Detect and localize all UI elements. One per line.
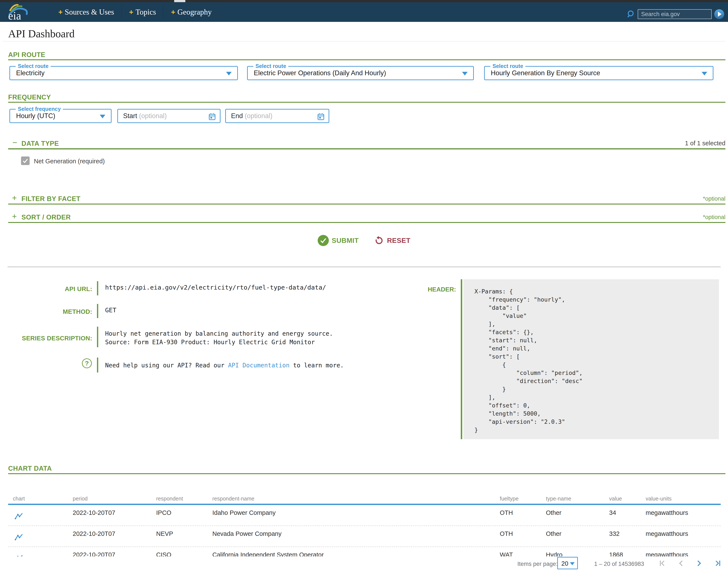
row-chart-icon[interactable] — [13, 505, 73, 526]
col-header-value-units: value-units — [646, 493, 721, 504]
data-type-heading[interactable]: DATA TYPE — [21, 140, 59, 147]
cell-type-name: Other — [546, 526, 609, 547]
cell-fueltype: OTH — [500, 505, 546, 526]
calendar-icon[interactable] — [209, 113, 215, 121]
col-header-chart: chart — [13, 493, 73, 504]
pagination-range: 1 – 20 of 14536983 — [594, 561, 641, 567]
data-type-rule — [8, 148, 725, 149]
net-generation-checkbox[interactable] — [21, 156, 29, 165]
browser-edge-strip — [0, 0, 728, 2]
col-header-fueltype: fueltype — [500, 493, 546, 504]
route-select-3[interactable]: Select route Hourly Generation By Energy… — [484, 66, 713, 80]
cell-respondent: CISO — [156, 547, 212, 556]
eia-logo[interactable]: eia — [6, 3, 29, 21]
items-per-page-select[interactable]: 20 — [557, 557, 578, 569]
selected-count: 1 of 1 selected — [685, 140, 725, 147]
series-description-label: SERIES DESCRIPTION: — [0, 335, 92, 342]
plus-icon: + — [171, 8, 175, 16]
api-documentation-link[interactable]: API Documentation — [228, 362, 290, 369]
eia-api-dashboard: eia + Sources & Uses + Topics + Geograph… — [0, 0, 728, 571]
previous-page-button[interactable] — [676, 559, 685, 568]
search-area — [627, 4, 724, 24]
frequency-rule — [8, 102, 725, 103]
frequency-select[interactable]: Select frequency Hourly (UTC) — [9, 109, 111, 123]
chart-data-rows: 2022-10-20T07 IPCO Idaho Power Company O… — [8, 505, 721, 556]
data-type-header-row: − DATA TYPE 1 of 1 selected — [0, 139, 728, 148]
first-page-icon — [658, 559, 666, 568]
checkmark-icon — [22, 158, 28, 163]
cell-period: 2022-10-20T07 — [73, 547, 156, 556]
cell-type-name: Hydro — [546, 547, 609, 556]
chevron-down-icon — [570, 562, 575, 565]
api-route-rule — [8, 60, 725, 60]
page-title: API Dashboard — [8, 27, 75, 40]
frequency-heading: FREQUENCY — [8, 94, 51, 101]
col-header-type-name: type-name — [546, 493, 609, 504]
sort-order-optional: *optional — [703, 214, 725, 221]
next-page-button[interactable] — [695, 559, 704, 568]
col-header-value: value — [609, 493, 646, 504]
chart-data-heading: CHART DATA — [8, 465, 52, 472]
end-date-input[interactable]: End (optional) — [225, 109, 329, 123]
cell-value: 332 — [609, 526, 646, 547]
help-bar — [97, 357, 98, 372]
series-description-bar — [97, 327, 98, 347]
chevron-down-icon — [462, 72, 468, 76]
api-route-heading: API ROUTE — [8, 51, 725, 59]
svg-text:eia: eia — [8, 10, 21, 21]
row-chart-icon[interactable] — [13, 547, 73, 556]
header-code-text: X-Params: { "frequency": "hourly", "data… — [474, 288, 582, 434]
row-chart-icon[interactable] — [13, 526, 73, 547]
plus-icon: + — [129, 8, 133, 16]
header-label: HEADER: — [364, 286, 456, 293]
top-navbar: eia + Sources & Uses + Topics + Geograph… — [0, 2, 728, 22]
cell-value: 1868 — [609, 547, 646, 556]
col-header-respondent-name: respondent-name — [212, 493, 500, 504]
cell-respondent: NEVP — [156, 526, 212, 547]
method-value: GET — [105, 307, 116, 314]
filter-facet-header-row: + FILTER BY FACET *optional — [0, 194, 728, 204]
table-header-row: chart period respondent respondent-name … — [8, 493, 721, 504]
last-page-button[interactable] — [713, 559, 722, 568]
search-go-button[interactable] — [714, 9, 724, 19]
method-bar — [97, 304, 98, 318]
chevron-left-icon — [677, 559, 684, 568]
submit-check-icon — [318, 235, 329, 246]
cell-respondent-name: California Independent System Operator — [212, 547, 500, 556]
start-date-input[interactable]: Start (optional) — [117, 109, 220, 123]
cell-value: 34 — [609, 505, 646, 526]
col-header-period: period — [73, 493, 156, 504]
items-per-page-label: Items per page: — [517, 561, 558, 567]
search-input[interactable] — [638, 9, 712, 19]
route-select-2[interactable]: Select route Electric Power Operations (… — [247, 66, 474, 80]
form-actions: SUBMIT RESET — [0, 235, 728, 246]
api-url-bar — [97, 281, 98, 295]
cell-respondent: IPCO — [156, 505, 212, 526]
table-row: 2022-10-20T07 IPCO Idaho Power Company O… — [8, 505, 721, 526]
eia-logo-swoosh: eia — [6, 3, 29, 21]
expand-plus-icon[interactable]: + — [12, 213, 17, 220]
calendar-icon[interactable] — [317, 113, 324, 121]
cell-respondent-name: Idaho Power Company — [212, 505, 500, 526]
chevron-down-icon — [702, 72, 707, 76]
cell-respondent-name: Nevada Power Company — [212, 526, 500, 547]
sparkline-icon — [15, 533, 24, 541]
submit-button[interactable]: SUBMIT — [318, 235, 359, 246]
route-select-1[interactable]: Select route Electricity — [9, 66, 238, 80]
sort-order-header-row: + SORT / ORDER *optional — [0, 213, 728, 222]
menu-item-topics[interactable]: + Topics — [122, 6, 163, 18]
filter-facet-heading[interactable]: FILTER BY FACET — [21, 195, 80, 203]
table-row: 2022-10-20T07 NEVP Nevada Power Company … — [8, 526, 721, 547]
cell-type-name: Other — [546, 505, 609, 526]
first-page-button[interactable] — [658, 559, 667, 568]
method-label: METHOD: — [0, 308, 92, 315]
menu-item-geography[interactable]: + Geography — [164, 6, 219, 18]
reset-button[interactable]: RESET — [374, 235, 410, 246]
menu-item-sources-uses[interactable]: + Sources & Uses — [51, 6, 121, 18]
expand-plus-icon[interactable]: + — [12, 195, 17, 201]
collapse-minus-icon[interactable]: − — [12, 139, 17, 146]
sort-order-heading[interactable]: SORT / ORDER — [21, 214, 71, 221]
header-code-block: X-Params: { "frequency": "hourly", "data… — [463, 279, 719, 439]
sort-order-rule — [8, 222, 725, 223]
cell-value-units: megawatthours — [646, 526, 721, 547]
